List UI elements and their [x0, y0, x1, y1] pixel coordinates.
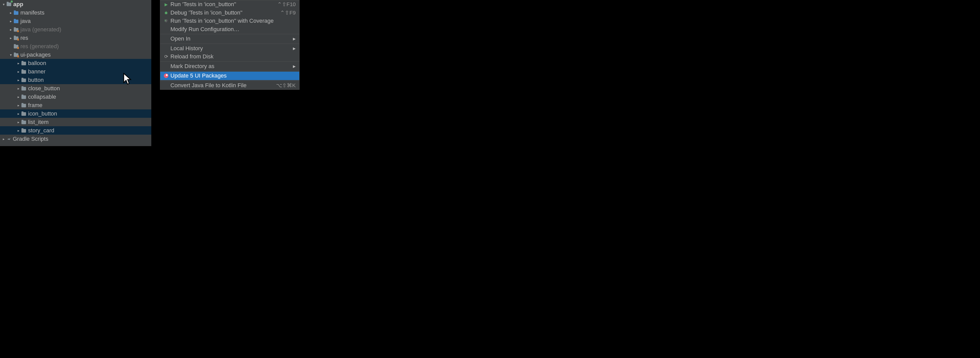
- project-tree: app manifests java java (generated) res …: [0, 0, 151, 146]
- resource-folder-icon: [13, 44, 19, 49]
- expand-arrow-icon[interactable]: [16, 95, 21, 99]
- expand-arrow-icon[interactable]: [8, 19, 13, 23]
- tree-node-res-generated[interactable]: res (generated): [0, 42, 151, 51]
- menu-label: Update 5 UI Packages: [170, 73, 299, 79]
- menu-shortcut: ⌥⇧⌘K: [276, 82, 296, 89]
- tree-label: res: [21, 43, 28, 50]
- menu-label: Modify Run Configuration…: [170, 26, 299, 33]
- menu-open-in[interactable]: Open In ▶: [160, 35, 299, 43]
- menu-modify-run-config[interactable]: Modify Run Configuration…: [160, 25, 299, 34]
- folder-icon: [21, 69, 27, 74]
- expand-arrow-icon[interactable]: [8, 53, 13, 57]
- tree-node-ui-packages[interactable]: ui-packages: [0, 51, 151, 59]
- tree-label: list_item: [28, 119, 49, 125]
- generated-folder-icon: [13, 27, 19, 32]
- menu-run-coverage[interactable]: Run 'Tests in 'icon_button'' with Covera…: [160, 17, 299, 25]
- tree-node-java[interactable]: java: [0, 17, 151, 25]
- tree-label: app: [13, 1, 23, 8]
- folder-icon: [21, 60, 27, 66]
- tree-node-manifests[interactable]: manifests: [0, 8, 151, 17]
- tree-label: manifests: [21, 10, 45, 16]
- resource-folder-icon: [13, 35, 19, 41]
- submenu-arrow-icon: ▶: [293, 64, 296, 68]
- menu-reload-from-disk[interactable]: ⟳ Reload from Disk: [160, 52, 299, 61]
- menu-label: Debug 'Tests in 'icon_button'': [170, 10, 280, 16]
- tree-node-app[interactable]: app: [0, 0, 151, 8]
- tree-node-close-button[interactable]: close_button: [0, 84, 151, 93]
- tree-node-balloon[interactable]: balloon: [0, 59, 151, 67]
- tree-label: java: [21, 26, 30, 33]
- submenu-arrow-icon: ▶: [293, 46, 296, 51]
- tree-node-frame[interactable]: frame: [0, 101, 151, 109]
- folder-icon: [21, 128, 27, 133]
- menu-label: Run 'Tests in 'icon_button'' with Covera…: [170, 17, 299, 24]
- tree-label: res: [21, 35, 28, 41]
- tree-label: icon_button: [28, 111, 57, 117]
- expand-arrow-icon[interactable]: [16, 78, 21, 82]
- tree-label: ui-packages: [21, 52, 51, 58]
- tree-label: frame: [28, 102, 42, 109]
- expand-arrow-icon[interactable]: [1, 2, 6, 6]
- tree-label: banner: [28, 68, 46, 75]
- menu-label: Local History: [170, 45, 293, 52]
- tree-label: button: [28, 77, 44, 83]
- menu-update-ui-packages[interactable]: Update 5 UI Packages: [160, 72, 299, 80]
- folder-icon: [21, 103, 27, 108]
- folder-icon: [21, 111, 27, 117]
- tree-node-story-card[interactable]: story_card: [0, 126, 151, 135]
- tree-label: java: [21, 18, 30, 24]
- menu-mark-directory-as[interactable]: Mark Directory as ▶: [160, 62, 299, 71]
- menu-run-tests[interactable]: ▶ Run 'Tests in 'icon_button'' ⌃⇧F10: [160, 0, 299, 9]
- tree-node-list-item[interactable]: list_item: [0, 118, 151, 126]
- menu-debug-tests[interactable]: Debug 'Tests in 'icon_button'' ⌃⇧F9: [160, 9, 299, 17]
- submenu-arrow-icon: ▶: [293, 37, 296, 41]
- folder-icon: [13, 18, 19, 24]
- expand-arrow-icon[interactable]: [8, 11, 13, 15]
- tree-label: Gradle Scripts: [13, 136, 48, 142]
- folder-icon: [13, 10, 19, 16]
- run-icon: ▶: [163, 2, 169, 7]
- menu-shortcut: ⌃⇧F9: [280, 10, 296, 16]
- expand-arrow-icon[interactable]: [1, 137, 6, 141]
- tree-node-gradle-scripts[interactable]: Gradle Scripts: [0, 135, 151, 143]
- tree-node-collapsable[interactable]: collapsable: [0, 93, 151, 101]
- expand-arrow-icon[interactable]: [16, 120, 21, 124]
- expand-arrow-icon[interactable]: [16, 112, 21, 116]
- gradle-icon: [6, 137, 11, 141]
- tree-label-suffix: (generated): [30, 43, 59, 50]
- expand-arrow-icon[interactable]: [8, 36, 13, 40]
- module-folder-icon: [6, 2, 12, 7]
- menu-local-history[interactable]: Local History ▶: [160, 44, 299, 53]
- menu-label: Reload from Disk: [170, 53, 299, 60]
- folder-icon: [21, 77, 27, 83]
- menu-label: Convert Java File to Kotlin File: [170, 82, 276, 89]
- menu-label: Open In: [170, 35, 293, 42]
- expand-arrow-icon[interactable]: [16, 70, 21, 74]
- expand-arrow-icon[interactable]: [16, 86, 21, 90]
- relay-icon: [163, 73, 169, 78]
- folder-icon: [21, 86, 27, 91]
- tree-node-java-generated[interactable]: java (generated): [0, 25, 151, 34]
- resource-folder-icon: [13, 52, 19, 58]
- tree-label: collapsable: [28, 93, 56, 100]
- context-menu: ▶ Run 'Tests in 'icon_button'' ⌃⇧F10 Deb…: [160, 0, 299, 90]
- menu-separator: [160, 34, 299, 34]
- expand-arrow-icon[interactable]: [8, 27, 13, 32]
- menu-shortcut: ⌃⇧F10: [277, 1, 296, 7]
- expand-arrow-icon[interactable]: [16, 103, 21, 107]
- tree-node-res[interactable]: res: [0, 34, 151, 42]
- expand-arrow-icon[interactable]: [16, 61, 21, 65]
- menu-label: Mark Directory as: [170, 63, 293, 70]
- expand-arrow-icon[interactable]: [16, 128, 21, 133]
- tree-label: balloon: [28, 60, 46, 67]
- reload-icon: ⟳: [163, 54, 169, 59]
- menu-label: Run 'Tests in 'icon_button'': [170, 1, 277, 8]
- menu-convert-java-to-kotlin[interactable]: Convert Java File to Kotlin File ⌥⇧⌘K: [160, 81, 299, 90]
- tree-node-icon-button[interactable]: icon_button: [0, 109, 151, 118]
- tree-node-banner[interactable]: banner: [0, 67, 151, 76]
- tree-node-button[interactable]: button: [0, 76, 151, 84]
- folder-icon: [21, 94, 27, 100]
- tree-label: story_card: [28, 127, 54, 134]
- menu-separator: [160, 81, 299, 81]
- tree-label: close_button: [28, 85, 60, 92]
